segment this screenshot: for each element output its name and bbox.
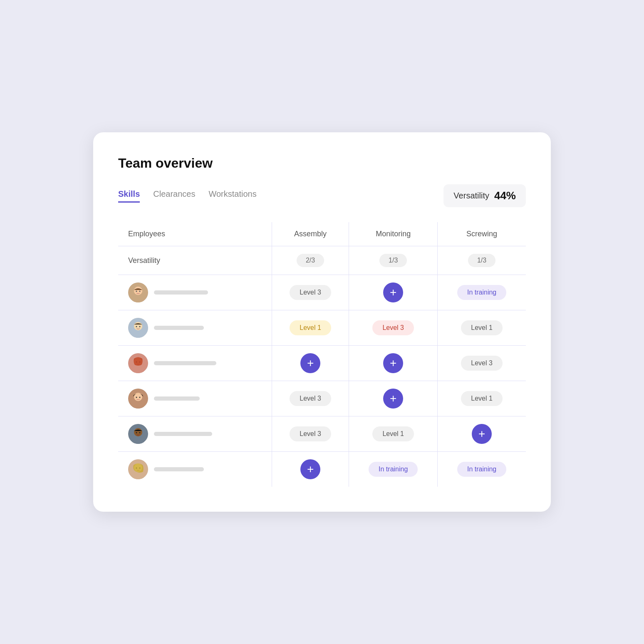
col-assembly: Assembly	[272, 222, 349, 246]
name-bar	[154, 467, 204, 471]
main-card: Team overview Skills Clearances Workstat…	[93, 132, 551, 512]
table-row: Level 1Level 3Level 1	[118, 310, 526, 346]
employee-cell	[118, 275, 272, 310]
name-bar	[154, 290, 208, 295]
skill-cell-assembly: Level 3	[272, 416, 349, 452]
skill-cell-screwing: In training	[438, 275, 526, 310]
employee-cell	[118, 381, 272, 416]
versatility-row-label: Versatility	[118, 246, 272, 275]
col-employees: Employees	[118, 222, 272, 246]
skill-cell-screwing: Level 1	[438, 310, 526, 346]
versatility-monitoring: 1/3	[349, 246, 438, 275]
versatility-assembly: 2/3	[272, 246, 349, 275]
svg-point-25	[136, 432, 137, 433]
add-skill-button[interactable]: +	[383, 282, 403, 302]
versatility-value: 44%	[494, 189, 516, 202]
name-bar	[154, 432, 212, 436]
table-row: +In trainingIn training	[118, 452, 526, 487]
skill-cell-screwing: In training	[438, 452, 526, 487]
skill-cell-monitoring: Level 3	[349, 310, 438, 346]
employee-cell	[118, 310, 272, 346]
skill-badge: Level 3	[290, 285, 331, 300]
add-skill-button[interactable]: +	[472, 424, 492, 444]
avatar	[128, 424, 148, 444]
avatar	[128, 389, 148, 409]
table-header-row: Employees Assembly Monitoring Screwing	[118, 222, 526, 246]
skill-cell-monitoring: +	[349, 346, 438, 381]
svg-point-5	[139, 291, 141, 292]
skill-cell-assembly: Level 3	[272, 381, 349, 416]
name-bar	[154, 396, 200, 401]
name-bar	[154, 361, 216, 365]
skill-badge: Level 1	[461, 391, 503, 406]
avatar	[128, 353, 148, 373]
skill-cell-assembly: +	[272, 452, 349, 487]
name-bar	[154, 326, 204, 330]
svg-point-26	[139, 432, 141, 433]
tab-workstations[interactable]: Workstations	[208, 189, 256, 203]
add-skill-button[interactable]: +	[383, 389, 403, 409]
skill-badge: Level 3	[461, 356, 503, 371]
skill-cell-screwing: Level 1	[438, 381, 526, 416]
svg-point-21	[139, 397, 141, 398]
skill-cell-screwing: +	[438, 416, 526, 452]
skill-badge: Level 3	[372, 320, 414, 335]
table-row: Level 3+In training	[118, 275, 526, 310]
add-skill-button[interactable]: +	[300, 459, 320, 479]
table-row: ++Level 3	[118, 346, 526, 381]
tab-skills[interactable]: Skills	[118, 189, 140, 203]
svg-point-20	[136, 397, 137, 398]
skill-cell-assembly: Level 3	[272, 275, 349, 310]
employee-cell	[118, 346, 272, 381]
svg-point-4	[136, 291, 137, 292]
skill-badge: Level 1	[372, 426, 414, 441]
skill-cell-monitoring: +	[349, 381, 438, 416]
skill-badge: In training	[457, 462, 506, 477]
skill-cell-monitoring: In training	[349, 452, 438, 487]
versatility-screwing: 1/3	[438, 246, 526, 275]
svg-point-10	[136, 326, 137, 327]
page-title: Team overview	[118, 156, 526, 171]
versatility-label: Versatility	[453, 191, 489, 201]
table-row: Level 3+Level 1	[118, 381, 526, 416]
skill-cell-screwing: Level 3	[438, 346, 526, 381]
col-screwing: Screwing	[438, 222, 526, 246]
add-skill-button[interactable]: +	[383, 353, 403, 373]
employee-cell	[118, 416, 272, 452]
employee-cell	[118, 452, 272, 487]
page-wrapper: Team overview Skills Clearances Workstat…	[0, 0, 644, 644]
skill-cell-monitoring: Level 1	[349, 416, 438, 452]
skill-badge: In training	[369, 462, 418, 477]
versatility-row: Versatility 2/3 1/3 1/3	[118, 246, 526, 275]
skill-badge: Level 3	[290, 391, 331, 406]
skill-cell-assembly: Level 1	[272, 310, 349, 346]
avatar	[128, 459, 148, 479]
skill-badge: Level 1	[290, 320, 331, 335]
skill-badge: Level 3	[290, 426, 331, 441]
skill-badge: Level 1	[461, 320, 503, 335]
col-monitoring: Monitoring	[349, 222, 438, 246]
tab-clearances[interactable]: Clearances	[153, 189, 195, 203]
tabs: Skills Clearances Workstations	[118, 189, 257, 203]
skills-table: Employees Assembly Monitoring Screwing V…	[118, 222, 526, 487]
versatility-badge: Versatility 44%	[443, 184, 526, 207]
avatar	[128, 282, 148, 302]
skill-cell-monitoring: +	[349, 275, 438, 310]
skill-cell-assembly: +	[272, 346, 349, 381]
skill-badge: In training	[457, 285, 506, 300]
tabs-row: Skills Clearances Workstations Versatili…	[118, 184, 526, 207]
avatar	[128, 318, 148, 338]
add-skill-button[interactable]: +	[300, 353, 320, 373]
svg-point-11	[139, 326, 141, 327]
table-row: Level 3Level 1+	[118, 416, 526, 452]
